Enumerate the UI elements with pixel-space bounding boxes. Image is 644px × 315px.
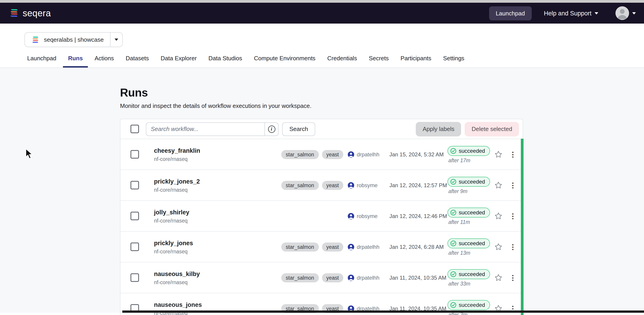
run-label-pill: yeast xyxy=(322,150,343,159)
page-subtitle: Monitor and inspect the details of workf… xyxy=(120,102,523,109)
seqera-logo-icon xyxy=(9,8,19,18)
run-name-link[interactable]: nauseous_kilby xyxy=(154,270,281,277)
run-user: robsyme xyxy=(357,182,378,188)
table-row: cheesy_franklin nf-core/rnaseq star_salm… xyxy=(120,139,523,170)
star-icon[interactable] xyxy=(494,150,503,159)
tab-data-studios[interactable]: Data Studios xyxy=(208,55,242,68)
run-label-pill: star_salmon xyxy=(281,273,318,282)
content-area: Runs Monitor and inspect the details of … xyxy=(0,68,644,313)
user-avatar-icon xyxy=(348,213,354,219)
status-badge: succeeded xyxy=(448,207,490,217)
page-title: Runs xyxy=(120,68,523,100)
tab-launchpad[interactable]: Launchpad xyxy=(27,55,56,68)
status-label: succeeded xyxy=(459,148,485,154)
run-name-link[interactable]: nauseous_jones xyxy=(154,301,281,308)
tab-label: Data Studios xyxy=(208,55,242,62)
run-labels: star_salmonyeast xyxy=(281,242,348,251)
run-name-link[interactable]: prickly_jones_2 xyxy=(154,178,281,185)
runs-toolbar: i Search Apply labels Delete selected xyxy=(120,119,523,139)
help-and-support-menu[interactable]: Help and Support xyxy=(544,10,598,17)
tab-label: Participants xyxy=(400,55,431,62)
info-icon: i xyxy=(268,125,275,133)
chevron-down-icon xyxy=(114,39,118,41)
run-label-pill: yeast xyxy=(322,181,343,190)
status-scroll-bar xyxy=(521,139,524,315)
tab-compute-environments[interactable]: Compute Environments xyxy=(254,55,316,68)
row-checkbox[interactable] xyxy=(130,181,139,189)
run-label-pill: yeast xyxy=(322,242,343,251)
run-label-pill: star_salmon xyxy=(281,242,318,251)
star-icon[interactable] xyxy=(494,273,503,282)
apply-labels-button[interactable]: Apply labels xyxy=(416,122,461,136)
run-user: robsyme xyxy=(357,213,378,219)
search-button[interactable]: Search xyxy=(282,122,315,136)
user-menu[interactable] xyxy=(616,6,636,20)
star-icon[interactable] xyxy=(494,212,503,220)
run-duration: after 17m xyxy=(448,158,470,163)
kebab-menu-icon[interactable]: ⋮ xyxy=(510,243,516,250)
run-user: drpatelhh xyxy=(357,274,379,281)
chevron-down-icon xyxy=(595,12,598,14)
run-duration: after 13m xyxy=(448,250,470,255)
tab-label: Secrets xyxy=(369,55,389,62)
row-checkbox[interactable] xyxy=(130,150,139,159)
tab-secrets[interactable]: Secrets xyxy=(369,55,389,68)
status-label: succeeded xyxy=(459,271,485,277)
check-circle-icon xyxy=(450,271,456,277)
tab-credentials[interactable]: Credentials xyxy=(327,55,357,68)
workspace-selector[interactable]: seqeralabs | showcase xyxy=(24,32,123,47)
check-circle-icon xyxy=(450,240,456,246)
run-name-link[interactable]: jolly_shirley xyxy=(154,209,281,215)
tab-label: Datasets xyxy=(126,55,149,62)
tab-actions[interactable]: Actions xyxy=(95,55,114,68)
run-name-link[interactable]: prickly_jones xyxy=(154,239,281,246)
seqera-logo[interactable]: seqera xyxy=(9,8,51,18)
tab-participants[interactable]: Participants xyxy=(400,55,431,68)
tab-label: Actions xyxy=(95,55,114,62)
kebab-menu-icon[interactable]: ⋮ xyxy=(510,213,516,219)
star-icon[interactable] xyxy=(494,242,503,251)
tab-data-explorer[interactable]: Data Explorer xyxy=(161,55,197,68)
table-row: jolly_shirley nf-core/rnaseq robsyme Jan… xyxy=(120,201,523,232)
kebab-menu-icon[interactable]: ⋮ xyxy=(510,182,516,189)
status-badge: succeeded xyxy=(448,146,490,156)
recording-top-strip xyxy=(0,0,644,3)
tab-datasets[interactable]: Datasets xyxy=(126,55,149,68)
select-all-checkbox[interactable] xyxy=(130,125,139,133)
row-checkbox[interactable] xyxy=(130,212,139,220)
delete-selected-button[interactable]: Delete selected xyxy=(465,122,519,136)
run-name-link[interactable]: cheesy_franklin xyxy=(154,147,281,154)
workspace-logo-icon xyxy=(31,36,40,44)
tab-runs[interactable]: Runs xyxy=(68,55,83,68)
user-avatar-icon xyxy=(348,151,354,158)
run-date: Jan 11, 2024, 10:35 AM xyxy=(389,274,447,281)
workspace-header: seqeralabs | showcase LaunchpadRunsActio… xyxy=(0,24,644,68)
table-row: nauseous_kilby nf-core/rnaseq star_salmo… xyxy=(120,262,523,293)
run-pipeline: nf-core/rnaseq xyxy=(154,187,281,192)
run-pipeline: nf-core/rnaseq xyxy=(154,218,281,223)
tab-settings[interactable]: Settings xyxy=(443,55,464,68)
table-row: prickly_jones nf-core/rnaseq star_salmon… xyxy=(120,232,523,262)
run-label-pill: star_salmon xyxy=(281,181,318,190)
kebab-menu-icon[interactable]: ⋮ xyxy=(510,151,516,158)
tab-label: Data Explorer xyxy=(161,55,197,62)
status-badge: succeeded xyxy=(448,238,490,248)
tab-label: Settings xyxy=(443,55,464,62)
launchpad-button[interactable]: Launchpad xyxy=(489,6,532,20)
search-input[interactable] xyxy=(146,123,264,135)
star-icon[interactable] xyxy=(494,181,503,189)
kebab-menu-icon[interactable]: ⋮ xyxy=(510,274,516,281)
run-labels: star_salmonyeast xyxy=(281,181,348,190)
user-avatar-icon xyxy=(348,274,354,281)
run-date: Jan 12, 2024, 12:57 PM xyxy=(389,182,447,188)
search-info-button[interactable]: i xyxy=(264,123,278,135)
workspace-name: seqeralabs | showcase xyxy=(44,36,104,43)
row-checkbox[interactable] xyxy=(130,242,139,251)
status-label: succeeded xyxy=(459,209,485,215)
row-checkbox[interactable] xyxy=(130,273,139,282)
workspace-dropdown-toggle[interactable] xyxy=(110,33,122,47)
run-label-pill: star_salmon xyxy=(281,150,318,159)
run-pipeline: nf-core/rnaseq xyxy=(154,279,281,285)
status-badge: succeeded xyxy=(448,177,490,186)
recording-bottom-strip xyxy=(122,310,644,313)
